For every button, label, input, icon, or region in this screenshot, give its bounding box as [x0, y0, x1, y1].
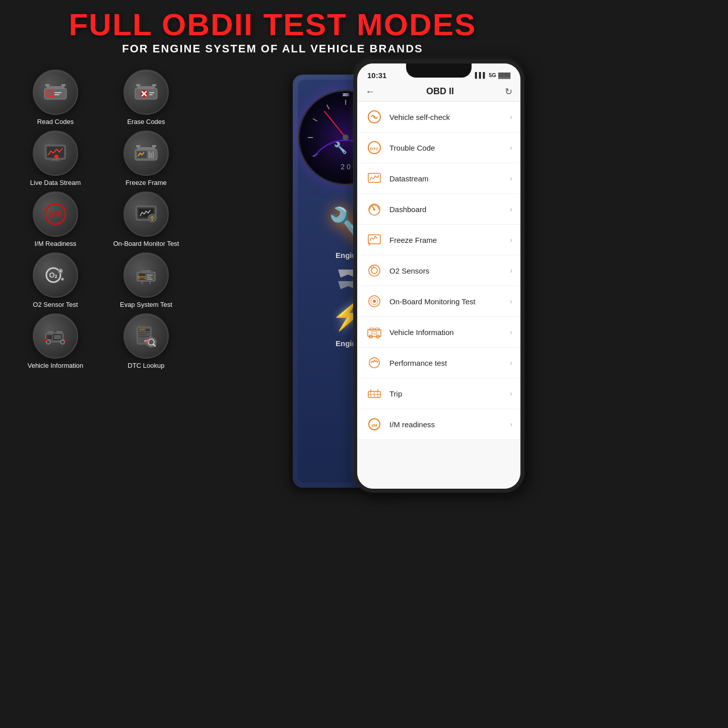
on-board-monitoring-chevron: ›	[510, 297, 512, 305]
svg-line-115	[373, 236, 375, 239]
feature-read-codes: Read Codes	[15, 70, 96, 125]
svg-rect-9	[137, 86, 155, 89]
menu-item-trouble-code[interactable]: DTC Trouble Code ›	[357, 133, 520, 163]
evap-icon-circle: DTC	[123, 252, 169, 298]
page-header: FULL OBDII TEST MODES FOR ENGINE SYSTEM …	[0, 0, 545, 59]
svg-rect-29	[153, 151, 154, 158]
svg-rect-6	[45, 84, 49, 86]
main-title: FULL OBDII TEST MODES	[0, 9, 545, 40]
phone-screen: 10:31 ▌▌▌ 5G ▓▓▓ ← OBD II ↻	[357, 63, 520, 489]
menu-item-self-check[interactable]: Vehicle self-check ›	[357, 102, 520, 133]
status-icons: ▌▌▌ 5G ▓▓▓	[475, 72, 510, 78]
center-device: 100 80 60 40 20 0	[191, 59, 535, 498]
svg-rect-70	[139, 332, 150, 333]
menu-item-vehicle-info[interactable]: Vehicle Information ›	[357, 317, 520, 348]
svg-rect-66	[44, 339, 47, 341]
datastream-text: Datastream	[389, 174, 510, 183]
main-subtitle: FOR ENGINE SYSTEM OF ALL VEHICLE BRANDS	[0, 42, 545, 55]
svg-rect-1	[46, 86, 64, 89]
on-board-icon-circle	[123, 191, 169, 237]
self-check-chevron: ›	[510, 113, 512, 121]
features-grid: Read Codes Erase Codes	[10, 64, 191, 498]
svg-rect-11	[152, 84, 156, 86]
menu-item-trip[interactable]: Trip ›	[357, 378, 520, 409]
main-content: Read Codes Erase Codes	[0, 64, 545, 498]
svg-line-116	[375, 236, 377, 238]
svg-rect-71	[139, 334, 148, 335]
app-header: ← OBD II ↻	[357, 82, 520, 102]
svg-rect-61	[53, 334, 62, 340]
svg-rect-0	[44, 88, 67, 99]
svg-rect-53	[147, 277, 151, 278]
datastream-icon	[365, 169, 383, 187]
vehicle-info-svg	[42, 323, 69, 349]
datastream-chevron: ›	[510, 174, 512, 182]
svg-point-65	[60, 340, 64, 344]
svg-rect-15	[149, 92, 154, 93]
performance-icon	[365, 354, 383, 372]
feature-im-readiness: I/M I/M Readiness	[15, 191, 96, 247]
svg-rect-54	[147, 279, 153, 280]
im-readiness-menu-text: I/M readiness	[389, 420, 510, 429]
feature-dtc-lookup: DTC DTC DTC Lookup	[106, 313, 186, 369]
svg-rect-58	[47, 331, 53, 334]
svg-text:DTC: DTC	[138, 275, 147, 280]
o2-svg: O₂	[42, 262, 69, 288]
erase-codes-label: Erase Codes	[127, 118, 165, 125]
svg-rect-20	[52, 159, 58, 160]
network-type: 5G	[489, 72, 496, 78]
signal-bars: ▌▌▌	[475, 72, 487, 78]
svg-rect-117	[368, 242, 370, 246]
im-icon-circle: I/M	[33, 191, 78, 237]
menu-item-on-board-monitoring[interactable]: On-Board Monitoring Test ›	[357, 286, 520, 317]
performance-chevron: ›	[510, 359, 512, 367]
im-label: I/M Readiness	[34, 240, 76, 247]
refresh-button[interactable]: ↻	[505, 86, 512, 97]
vehicle-info-icon-circle	[33, 313, 78, 359]
svg-rect-60	[47, 335, 52, 339]
evap-svg: DTC	[133, 262, 159, 288]
svg-point-45	[59, 270, 61, 272]
feature-o2-sensor: O₂ O2 Sensor Test	[15, 252, 96, 308]
svg-rect-129	[372, 332, 377, 334]
svg-rect-28	[151, 153, 152, 158]
svg-text:2 0: 2 0	[341, 163, 351, 171]
device-wrapper: 100 80 60 40 20 0	[293, 59, 434, 498]
erase-codes-svg	[133, 79, 159, 105]
menu-item-o2-sensors[interactable]: O2 Sensors ›	[357, 255, 520, 286]
svg-rect-5	[54, 94, 59, 95]
evap-label: Evap System Test	[120, 301, 172, 308]
read-codes-svg	[42, 79, 69, 105]
feature-live-data: Live Data Stream	[15, 130, 96, 186]
menu-item-performance[interactable]: Performance test ›	[357, 348, 520, 378]
freeze-frame-menu-chevron: ›	[510, 236, 512, 244]
performance-text: Performance test	[389, 359, 510, 367]
o2-label: O2 Sensor Test	[33, 301, 78, 308]
freeze-frame-menu-text: Freeze Frame	[389, 236, 510, 244]
live-data-svg	[42, 140, 69, 166]
menu-item-im-readiness[interactable]: I/M I/M readiness ›	[357, 409, 520, 440]
trip-text: Trip	[389, 389, 510, 398]
menu-item-dashboard[interactable]: Dashboard ›	[357, 194, 520, 225]
feature-evap: DTC Evap System Test	[106, 252, 186, 308]
svg-point-111	[373, 209, 375, 211]
menu-item-freeze-frame[interactable]: Freeze Frame ›	[357, 225, 520, 255]
trouble-code-text: Trouble Code	[389, 144, 510, 152]
svg-rect-49	[141, 270, 151, 273]
dashboard-text: Dashboard	[389, 205, 510, 214]
on-board-monitoring-text: On-Board Monitoring Test	[389, 297, 510, 306]
o2-icon-circle: O₂	[33, 252, 78, 298]
svg-rect-27	[149, 151, 150, 158]
svg-point-40	[148, 214, 156, 222]
svg-point-47	[62, 279, 63, 280]
svg-rect-25	[152, 145, 156, 147]
svg-text:DTC: DTC	[145, 340, 150, 343]
svg-rect-16	[149, 94, 153, 95]
self-check-text: Vehicle self-check	[389, 113, 510, 121]
menu-item-datastream[interactable]: Datastream ›	[357, 163, 520, 194]
dtc-svg: DTC DTC	[133, 323, 159, 349]
svg-rect-59	[56, 331, 62, 334]
back-button[interactable]: ←	[365, 86, 375, 97]
live-data-icon-circle	[33, 130, 78, 176]
svg-rect-7	[61, 84, 65, 86]
